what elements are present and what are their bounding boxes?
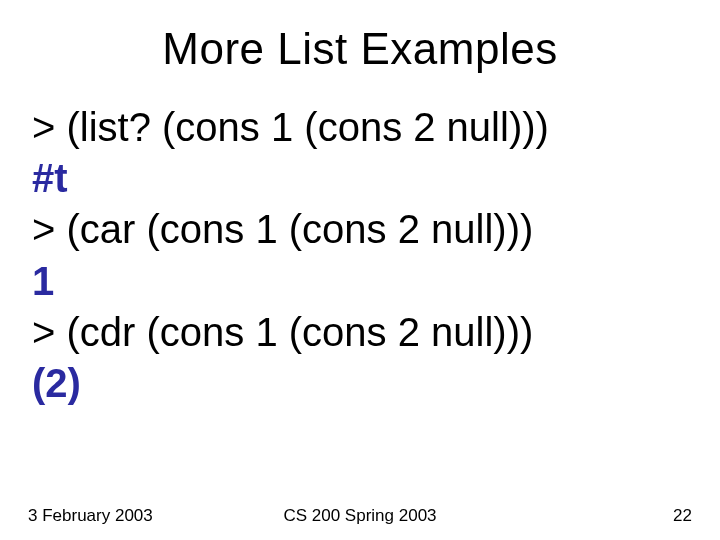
- slide-title: More List Examples: [24, 24, 696, 74]
- slide: More List Examples > (list? (cons 1 (con…: [0, 0, 720, 540]
- repl-input-1: > (list? (cons 1 (cons 2 null))): [32, 102, 696, 153]
- repl-output-2: 1: [32, 256, 696, 307]
- repl-output-3: (2): [32, 358, 696, 409]
- footer-page-number: 22: [673, 506, 692, 526]
- footer-course: CS 200 Spring 2003: [0, 506, 720, 526]
- repl-input-3: > (cdr (cons 1 (cons 2 null))): [32, 307, 696, 358]
- slide-body: > (list? (cons 1 (cons 2 null))) #t > (c…: [24, 102, 696, 409]
- repl-output-1: #t: [32, 153, 696, 204]
- repl-input-2: > (car (cons 1 (cons 2 null))): [32, 204, 696, 255]
